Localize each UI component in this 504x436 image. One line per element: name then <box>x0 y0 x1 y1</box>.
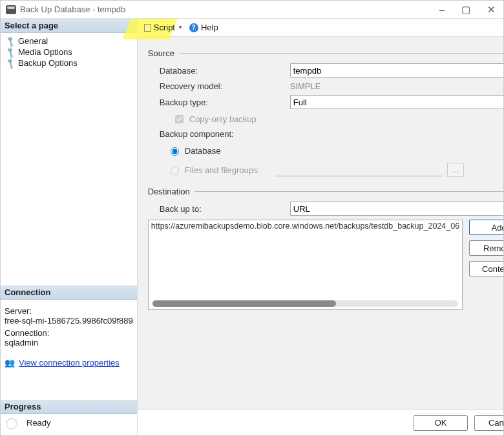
files-filegroups-browse-button[interactable]: … <box>447 163 464 177</box>
page-backup-options[interactable]: 🔧 Backup Options <box>1 57 137 68</box>
recovery-model-value: SIMPLE <box>290 81 503 91</box>
page-label: General <box>18 36 48 46</box>
window-title: Back Up Database - tempdb <box>20 5 125 14</box>
content: Source Database: tempdb Recovery model: … <box>138 37 503 410</box>
wrench-icon: 🔧 <box>5 35 17 48</box>
backup-to-select[interactable]: URL <box>290 202 503 216</box>
help-icon: ? <box>189 23 198 32</box>
app-icon <box>6 5 16 14</box>
radio-database[interactable]: Database <box>148 145 221 156</box>
recovery-model-label: Recovery model: <box>148 81 290 91</box>
maximize-button[interactable]: ▢ <box>459 4 473 16</box>
destination-header: Destination <box>148 187 190 196</box>
progress-header: Progress <box>1 400 137 414</box>
radio-ff-input[interactable] <box>171 167 179 175</box>
divider <box>195 191 503 192</box>
contents-button[interactable]: Contents <box>469 261 503 276</box>
server-value: free-sql-mi-1586725.9986fc09f889 <box>5 316 133 326</box>
radio-files-filegroups[interactable]: Files and filegroups: <box>148 165 260 175</box>
backup-type-label: Backup type: <box>148 98 290 107</box>
footer: OK Cancel <box>138 410 503 435</box>
close-button[interactable]: ✕ <box>485 4 498 16</box>
progress-status: Ready <box>26 418 51 428</box>
script-button[interactable]: Script ▼ <box>144 23 183 32</box>
database-label: Database: <box>148 66 290 76</box>
connection-header: Connection <box>1 285 137 300</box>
source-header: Source <box>148 48 174 58</box>
connection-label: Connection: <box>5 328 133 338</box>
toolbar: Script ▼ ? Help <box>138 19 503 37</box>
remove-button[interactable]: Remove <box>469 240 503 256</box>
horizontal-scrollbar[interactable] <box>152 300 458 307</box>
progress-spinner-icon <box>6 418 17 430</box>
copy-only-label: Copy-only backup <box>189 114 257 124</box>
backup-to-label: Back up to: <box>148 204 290 214</box>
destination-entry[interactable]: https://azuremibackupsdemo.blob.core.win… <box>149 220 462 232</box>
script-label: Script <box>154 23 175 32</box>
backup-type-select[interactable]: Full <box>290 95 503 109</box>
title-bar: Back Up Database - tempdb – ▢ ✕ <box>1 1 503 19</box>
chevron-down-icon: ▼ <box>178 25 183 30</box>
wrench-icon: 🔧 <box>5 46 17 59</box>
connection-value: sqladmin <box>5 338 133 348</box>
sidebar: Select a page 🔧 General 🔧 Media Options … <box>1 19 138 435</box>
script-icon <box>144 24 151 32</box>
view-connection-properties-link[interactable]: View connection properties <box>19 358 120 368</box>
minimize-button[interactable]: – <box>437 4 447 16</box>
copy-only-check-input[interactable] <box>175 115 184 123</box>
connection-block: Server: free-sql-mi-1586725.9986fc09f889… <box>1 300 137 354</box>
radio-ff-label: Files and filegroups: <box>185 165 260 175</box>
files-filegroups-field <box>275 163 443 176</box>
destination-list[interactable]: https://azuremibackupsdemo.blob.core.win… <box>148 220 463 310</box>
main-pane: Script ▼ ? Help Source Database: <box>138 19 503 435</box>
server-label: Server: <box>5 306 133 316</box>
page-general[interactable]: 🔧 General <box>1 36 137 47</box>
backup-dialog: Back Up Database - tempdb – ▢ ✕ Select a… <box>0 0 504 436</box>
database-select[interactable]: tempdb <box>290 63 503 78</box>
help-button[interactable]: ? Help <box>189 23 218 32</box>
radio-database-label: Database <box>185 146 221 156</box>
page-media-options[interactable]: 🔧 Media Options <box>1 47 137 57</box>
scrollbar-thumb[interactable] <box>152 300 336 307</box>
copy-only-checkbox[interactable]: Copy-only backup <box>148 113 257 125</box>
page-label: Media Options <box>18 47 72 57</box>
people-icon: 👥 <box>5 358 15 368</box>
page-label: Backup Options <box>18 58 78 68</box>
ok-button[interactable]: OK <box>414 415 468 431</box>
cancel-button[interactable]: Cancel <box>474 415 503 431</box>
wrench-icon: 🔧 <box>5 57 17 70</box>
page-nav: 🔧 General 🔧 Media Options 🔧 Backup Optio… <box>1 33 137 74</box>
progress-block: Ready <box>1 414 137 435</box>
add-button[interactable]: Add <box>469 220 503 235</box>
radio-database-input[interactable] <box>171 147 179 156</box>
select-page-header: Select a page <box>1 19 137 33</box>
help-label: Help <box>201 23 218 32</box>
backup-component-label: Backup component: <box>148 129 290 139</box>
divider <box>180 53 503 54</box>
